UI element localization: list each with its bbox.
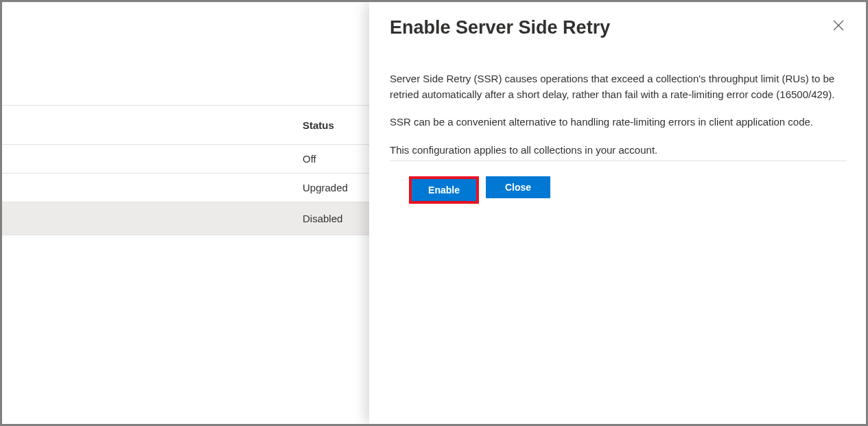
panel-description-3: This configuration applies to all collec… [390,143,847,162]
status-cell: Disabled [303,213,342,224]
panel-description-2: SSR can be a convenient alternative to h… [390,115,847,130]
panel-title: Enable Server Side Retry [390,17,610,38]
status-column-header: Status [303,119,334,131]
table-header-row: Status [2,105,369,145]
table-row[interactable]: Upgraded [2,174,369,202]
status-cell: Upgraded [303,182,348,193]
side-panel: Enable Server Side Retry Server Side Ret… [369,2,866,424]
enable-button-highlight: Enable [409,176,479,204]
status-cell: Off [303,153,316,165]
features-table: Status Off Upgraded Disabled [2,105,369,235]
enable-button[interactable]: Enable [412,179,476,201]
table-row[interactable]: Off [2,145,369,174]
x-icon [833,20,844,31]
left-panel: Status Off Upgraded Disabled [2,2,369,424]
table-row[interactable]: Disabled [2,202,369,235]
close-icon[interactable] [830,17,847,36]
close-button[interactable]: Close [486,176,550,198]
panel-description-1: Server Side Retry (SSR) causes operation… [390,71,847,102]
